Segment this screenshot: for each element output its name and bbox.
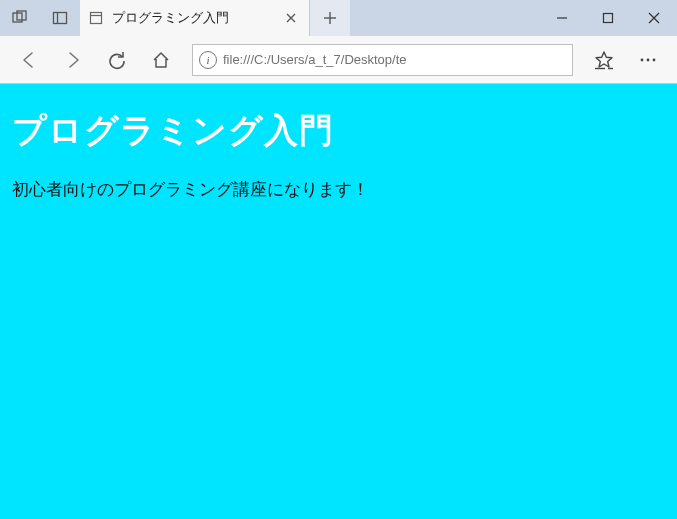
favorites-button[interactable] <box>583 40 625 80</box>
svg-point-17 <box>647 58 650 61</box>
window-maximize-button[interactable] <box>585 0 631 36</box>
url-text: file:///C:/Users/a_t_7/Desktop/te <box>223 52 566 67</box>
address-bar[interactable]: i file:///C:/Users/a_t_7/Desktop/te <box>192 44 573 76</box>
back-button[interactable] <box>8 40 50 80</box>
tab-actions-icon[interactable] <box>0 0 40 36</box>
page-paragraph: 初心者向けのプログラミング講座になります！ <box>12 178 665 201</box>
forward-button[interactable] <box>52 40 94 80</box>
site-info-icon[interactable]: i <box>199 51 217 69</box>
browser-tab[interactable]: プログラミング入門 <box>80 0 310 36</box>
new-tab-button[interactable] <box>310 0 350 36</box>
refresh-button[interactable] <box>96 40 138 80</box>
window-titlebar: プログラミング入門 <box>0 0 677 36</box>
svg-rect-11 <box>604 14 613 23</box>
titlebar-left <box>0 0 80 36</box>
svg-point-16 <box>641 58 644 61</box>
more-button[interactable] <box>627 40 669 80</box>
window-minimize-button[interactable] <box>539 0 585 36</box>
page-content: プログラミング入門 初心者向けのプログラミング講座になります！ <box>0 84 677 519</box>
home-button[interactable] <box>140 40 182 80</box>
svg-point-18 <box>653 58 656 61</box>
tab-title: プログラミング入門 <box>112 9 275 27</box>
titlebar-spacer[interactable] <box>350 0 539 36</box>
set-aside-icon[interactable] <box>40 0 80 36</box>
window-controls <box>539 0 677 36</box>
close-tab-icon[interactable] <box>283 10 299 26</box>
svg-rect-4 <box>91 13 102 24</box>
svg-rect-2 <box>54 13 67 24</box>
browser-toolbar: i file:///C:/Users/a_t_7/Desktop/te <box>0 36 677 84</box>
page-icon <box>88 11 104 25</box>
window-close-button[interactable] <box>631 0 677 36</box>
page-heading: プログラミング入門 <box>12 108 665 154</box>
